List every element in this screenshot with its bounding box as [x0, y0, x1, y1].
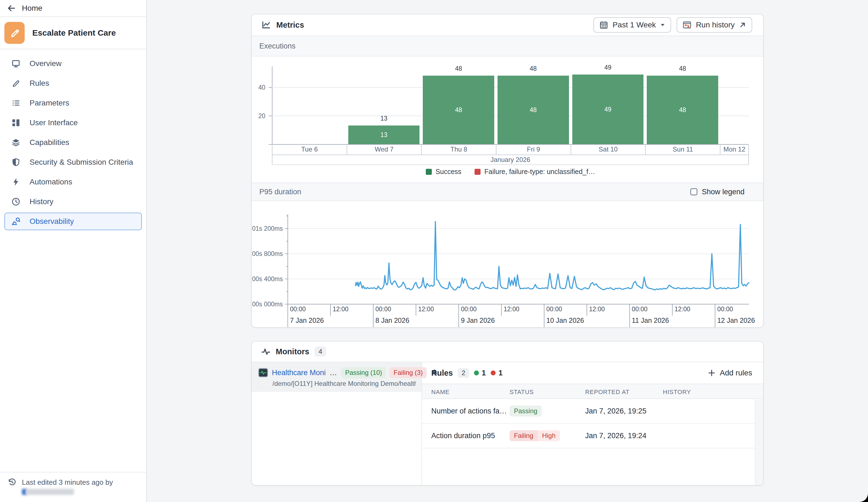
rules-table-header: NAME STATUS REPORTED AT HISTORY [422, 384, 763, 399]
status-badge: FailingHigh [509, 430, 560, 441]
sidebar-item-capabilities[interactable]: Capabilities [4, 134, 142, 151]
rules-failing-count: 1 [491, 369, 503, 377]
monitors-panel: Monitors 4 Healthcare Moni… Passing (10)… [251, 341, 764, 485]
svg-text:00s 800ms: 00s 800ms [252, 250, 283, 257]
sidebar-item-automations[interactable]: Automations [4, 173, 142, 191]
time-range-label: Past 1 Week [612, 21, 656, 29]
monitor-icon [11, 59, 20, 68]
back-arrow-icon[interactable] [7, 4, 16, 13]
svg-text:01s 200ms: 01s 200ms [252, 225, 283, 232]
svg-text:12:00: 12:00 [674, 305, 690, 313]
sidebar-item-rules[interactable]: Rules [4, 74, 142, 92]
bar-value-inside: 48 [647, 106, 718, 114]
sidebar-item-observability[interactable]: Observability [4, 213, 142, 230]
monitor-name-ellipsis: … [330, 369, 338, 377]
svg-text:00:00: 00:00 [375, 305, 391, 313]
executions-bar-chart: 40 20 13134848484849494848 Tue 6Wed 7Thu… [252, 57, 763, 182]
rules-title: Rules [431, 369, 453, 378]
monitors-header: Monitors 4 [252, 341, 763, 362]
rule-reported-at: Jan 7, 2026, 19:25 [585, 407, 647, 415]
svg-text:12:00: 12:00 [418, 305, 434, 313]
svg-text:12:00: 12:00 [589, 305, 605, 313]
bar-value-label: 49 [571, 64, 645, 71]
run-history-label: Run history [696, 21, 735, 29]
home-link[interactable]: Home [22, 4, 42, 13]
svg-text:00s 400ms: 00s 400ms [252, 275, 283, 282]
add-rules-button[interactable]: Add rules [708, 369, 752, 377]
svg-text:00:00: 00:00 [461, 305, 477, 313]
svg-text:00:00: 00:00 [546, 305, 562, 313]
sidebar-item-parameters[interactable]: Parameters [4, 94, 142, 112]
status-badge: Passing [509, 405, 541, 416]
sidebar-item-history[interactable]: History [4, 193, 142, 210]
screen-corner [854, 490, 868, 502]
x-axis-day-label: Sat 10 [571, 144, 645, 154]
legend-failure: Failure, failure-type: unclassified_f… [475, 168, 595, 175]
pulse-icon [261, 347, 270, 356]
run-history-window-icon [683, 21, 691, 29]
sidebar-item-label: Capabilities [30, 138, 69, 147]
rules-table-row[interactable]: Number of actions fa…PassingJan 7, 2026,… [422, 399, 755, 424]
svg-text:00:00: 00:00 [717, 305, 733, 313]
svg-text:7 Jan 2026: 7 Jan 2026 [290, 317, 324, 324]
last-edited-text: Last edited 3 minutes ago by [22, 478, 113, 487]
bar-value-label: 48 [645, 65, 720, 72]
x-axis-day-label: Mon 12 [720, 144, 749, 154]
sidebar-item-security-submission-criteria[interactable]: Security & Submission Criteria [4, 153, 142, 171]
bar-success: 48 [497, 76, 569, 144]
monitor-list-item[interactable]: Healthcare Moni… Passing (10) Failing (3… [252, 362, 421, 392]
run-history-button[interactable]: Run history [676, 17, 752, 33]
svg-text:00:00: 00:00 [290, 305, 306, 313]
show-legend-label: Show legend [702, 188, 744, 196]
plus-icon [708, 369, 715, 377]
rule-reported-at: Jan 7, 2026, 19:24 [585, 432, 647, 440]
y-tick-40: 40 [252, 84, 269, 91]
rules-table-row[interactable]: Action duration p95FailingHighJan 7, 202… [422, 424, 755, 448]
svg-text:00:00: 00:00 [632, 305, 648, 313]
chart-legend: Success Failure, failure-type: unclassif… [272, 168, 749, 175]
sidebar-item-overview[interactable]: Overview [4, 55, 142, 72]
sidebar-item-label: User Interface [30, 118, 78, 127]
svg-text:10 Jan 2026: 10 Jan 2026 [546, 317, 584, 324]
metrics-panel: Metrics Past 1 Week Run history [251, 14, 764, 328]
redacted-author [22, 489, 113, 495]
breadcrumb: Home [0, 0, 146, 17]
bar-success: 13 [348, 126, 420, 144]
rules-header: Rules 2 1 1 Add rules [422, 362, 763, 384]
legend-success-swatch [426, 169, 432, 175]
observability-icon [11, 217, 20, 226]
x-axis-day-label: Thu 8 [421, 144, 496, 154]
metrics-header: Metrics Past 1 Week Run history [252, 14, 763, 36]
p95-series-line [355, 222, 749, 290]
monitors-title: Monitors [276, 347, 309, 356]
shield-icon [11, 158, 20, 167]
ui-icon [11, 118, 20, 127]
time-range-dropdown[interactable]: Past 1 Week [593, 17, 671, 33]
bar-value-inside: 48 [497, 106, 569, 114]
executions-label: Executions [259, 42, 296, 50]
bar-value-label: 48 [421, 65, 496, 72]
table-scroll-gutter [755, 400, 763, 485]
chevron-down-icon [660, 22, 665, 27]
legend-success: Success [426, 168, 461, 175]
sidebar-item-label: Observability [30, 217, 74, 226]
sidebar-item-user-interface[interactable]: User Interface [4, 114, 142, 131]
bar-success: 48 [423, 76, 494, 144]
sidebar-item-label: Overview [30, 59, 62, 68]
main-content: Metrics Past 1 Week Run history [147, 14, 868, 502]
legend-failure-swatch [475, 169, 480, 175]
metrics-title: Metrics [276, 21, 304, 30]
monitor-name-link[interactable]: Healthcare Moni [272, 369, 326, 377]
x-axis-day-label: Fri 9 [496, 144, 571, 154]
svg-text:11 Jan 2026: 11 Jan 2026 [632, 317, 669, 324]
bar-value-inside: 49 [572, 106, 644, 113]
rules-table-body: Number of actions fa…PassingJan 7, 2026,… [422, 399, 763, 448]
red-dot [491, 371, 496, 375]
bar-success: 49 [572, 74, 644, 144]
bar-value-label: 13 [347, 115, 421, 122]
sidebar-nav: OverviewRulesParametersUser InterfaceCap… [0, 49, 146, 238]
sidebar-footer: Last edited 3 minutes ago by [0, 472, 146, 502]
x-axis-day-label: Tue 6 [272, 144, 347, 154]
p95-label: P95 duration [259, 188, 301, 196]
show-legend-checkbox[interactable] [690, 188, 698, 195]
